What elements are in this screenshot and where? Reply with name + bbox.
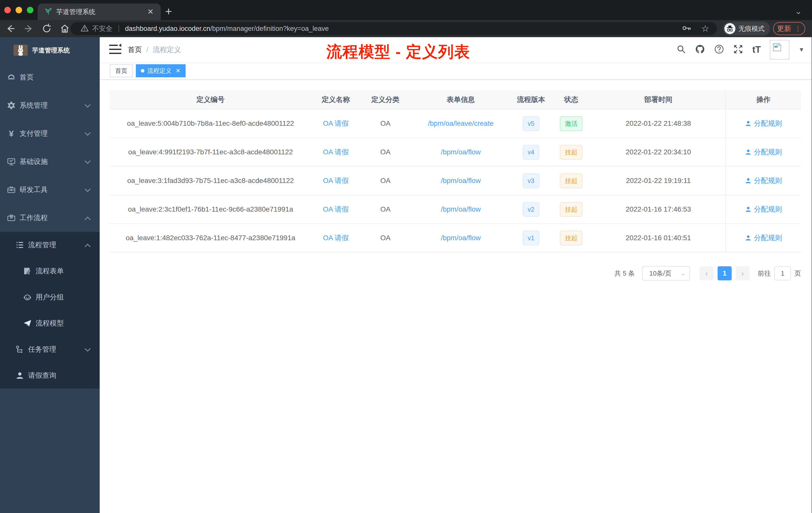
tag-home[interactable]: 首页 (110, 64, 133, 77)
sidebar-item-payment[interactable]: ¥ 支付管理 (0, 119, 100, 148)
sidebar-item-label: 研发工具 (20, 185, 48, 194)
assign-rule-link[interactable]: 分配规则 (745, 176, 782, 185)
url-domain[interactable]: dashboard.yudao.iocoder.cn (125, 25, 210, 33)
avatar-caret-icon[interactable]: ▼ (799, 46, 805, 53)
breadcrumb: 首页 / 流程定义 (128, 37, 181, 62)
sidebar: 芋道管理系统 首页 系统管理 ¥ 支付管理 基础设施 (0, 37, 100, 513)
assign-rule-link[interactable]: 分配规则 (745, 147, 782, 157)
status-badge: 挂起 (560, 231, 582, 245)
tab-search-caret-icon[interactable]: ⌄ (795, 6, 802, 16)
sidebar-item-system[interactable]: 系统管理 (0, 91, 100, 119)
form-info-link[interactable]: /bpm/oa/flow (441, 177, 481, 184)
window-controls[interactable] (4, 7, 33, 13)
definition-id: oa_leave:5:004b710b-7b8a-11ec-8ef0-acde4… (127, 119, 294, 127)
page-suffix-label: 页 (794, 269, 801, 278)
incognito-badge: 无痕模式 (723, 22, 770, 36)
forward-button[interactable] (23, 23, 34, 34)
prev-page-button[interactable]: ‹ (699, 266, 714, 280)
sidebar-item-process-model[interactable]: 流程模型 (0, 310, 100, 336)
security-warning-icon[interactable] (81, 24, 89, 33)
browser-menu-dots-icon[interactable]: ⋮ (795, 25, 801, 33)
table-row: oa_leave:4:991f2193-7b7f-11ec-a3c8-acde4… (110, 138, 801, 167)
definition-name-link[interactable]: OA 请假 (323, 119, 349, 127)
gear-icon (7, 101, 16, 110)
sidebar-item-process-form[interactable]: 流程表单 (0, 258, 100, 284)
tag-close-icon[interactable]: ✕ (175, 68, 180, 74)
user-icon (745, 177, 752, 184)
assign-rule-link[interactable]: 分配规则 (745, 119, 782, 128)
help-icon[interactable] (714, 44, 724, 55)
sidebar-item-process-management[interactable]: 流程管理 (0, 232, 100, 258)
goto-label: 前往 (758, 269, 771, 278)
definition-category: OA (380, 205, 390, 213)
form-info-link[interactable]: /bpm/oa/flow (441, 205, 481, 213)
password-key-icon[interactable] (681, 23, 691, 34)
window-minimize-button[interactable] (16, 7, 22, 13)
table-row: oa_leave:2:3c1f0ef1-76b1-11ec-9c66-a2380… (110, 195, 801, 223)
monitor-icon (7, 157, 16, 166)
col-header-action: 操作 (726, 90, 801, 109)
page-size-select[interactable]: 10条/页 ⌄ (642, 266, 690, 280)
reload-button[interactable] (41, 23, 52, 34)
tag-label: 首页 (115, 67, 127, 75)
tag-process-definition[interactable]: 流程定义 ✕ (136, 64, 185, 77)
window-close-button[interactable] (4, 7, 11, 13)
col-header-deploy-time: 部署时间 (591, 90, 726, 109)
dashboard-icon (7, 73, 16, 82)
robot-icon (23, 293, 32, 301)
url-bar[interactable]: 不安全 dashboard.yudao.iocoder.cn/bpm/manag… (70, 22, 717, 35)
sidebar-item-label: 支付管理 (20, 129, 48, 138)
sidebar-collapse-icon[interactable] (109, 44, 122, 56)
paper-plane-icon (23, 319, 32, 328)
url-path[interactable]: /bpm/manager/definition?key=oa_leave (210, 25, 329, 33)
incognito-icon (724, 23, 735, 34)
font-size-icon[interactable]: tT (752, 44, 761, 55)
next-page-button[interactable]: › (736, 266, 750, 280)
sidebar-item-workflow[interactable]: 工作流程 (0, 204, 100, 232)
version-badge: v3 (523, 174, 539, 188)
tab-close-icon[interactable]: ✕ (147, 8, 154, 16)
table-row: oa_leave:5:004b710b-7b8a-11ec-8ef0-acde4… (110, 109, 801, 138)
definition-category: OA (380, 234, 390, 242)
definition-name-link[interactable]: OA 请假 (323, 177, 349, 184)
sidebar-item-home[interactable]: 首页 (0, 63, 100, 91)
page-number-button[interactable]: 1 (718, 266, 732, 280)
chevron-down-icon (85, 186, 91, 194)
broken-image-icon (772, 42, 782, 52)
search-icon[interactable] (676, 44, 686, 55)
sidebar-item-leave-query[interactable]: 请假查询 (0, 362, 100, 389)
sidebar-item-dev-tools[interactable]: 研发工具 (0, 176, 100, 204)
browser-tab[interactable]: 芋道管理系统 ✕ (38, 3, 161, 20)
security-label[interactable]: 不安全 (92, 24, 113, 33)
github-icon[interactable] (695, 44, 705, 55)
new-tab-button[interactable]: + (165, 5, 172, 17)
goto-page-input[interactable] (774, 266, 791, 280)
breadcrumb-home[interactable]: 首页 (128, 45, 142, 55)
definition-name-link[interactable]: OA 请假 (323, 148, 349, 156)
col-header-category: 定义分类 (360, 90, 410, 109)
sidebar-item-label: 流程模型 (36, 319, 64, 328)
table-row: oa_leave:3:1fad3d93-7b75-11ec-a3c8-acde4… (110, 167, 801, 195)
assign-rule-link[interactable]: 分配规则 (745, 233, 782, 243)
back-button[interactable] (5, 23, 16, 34)
tab-title: 芋道管理系统 (56, 7, 147, 16)
home-button[interactable] (59, 23, 70, 34)
update-label[interactable]: 更新 (777, 24, 791, 33)
app-logo-row[interactable]: 芋道管理系统 (0, 37, 100, 63)
bookmark-star-icon[interactable]: ☆ (701, 24, 709, 33)
form-info-link[interactable]: /bpm/oa/flow (441, 148, 481, 156)
fullscreen-icon[interactable] (733, 44, 743, 55)
sidebar-item-task-management[interactable]: 任务管理 (0, 336, 100, 362)
definition-name-link[interactable]: OA 请假 (323, 234, 349, 242)
sidebar-item-user-group[interactable]: 用户分组 (0, 284, 100, 310)
form-info-link[interactable]: /bpm/oa/flow (441, 234, 481, 242)
status-badge: 激活 (560, 116, 582, 131)
sidebar-item-infrastructure[interactable]: 基础设施 (0, 148, 100, 176)
assign-rule-link[interactable]: 分配规则 (745, 205, 782, 214)
avatar[interactable] (770, 40, 789, 59)
window-zoom-button[interactable] (27, 7, 33, 13)
form-info-link[interactable]: /bpm/oa/leave/create (428, 119, 494, 127)
sidebar-item-label: 用户分组 (36, 292, 64, 302)
definition-name-link[interactable]: OA 请假 (323, 205, 349, 213)
browser-update-button[interactable]: 更新 ⋮ (773, 22, 805, 35)
